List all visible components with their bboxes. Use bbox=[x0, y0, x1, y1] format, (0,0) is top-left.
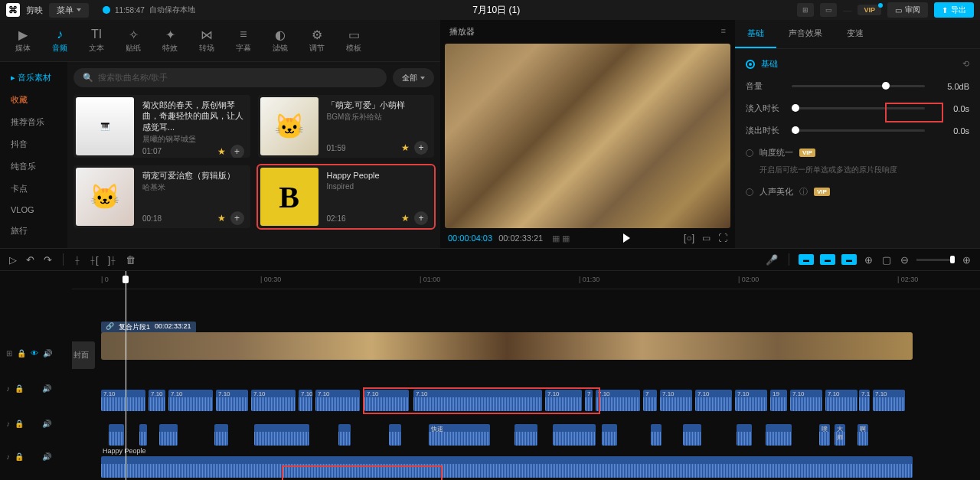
audio-clip[interactable]: 19 bbox=[770, 390, 787, 411]
sidebar-item-抖音[interactable]: 抖音 bbox=[0, 133, 67, 155]
delete-tool[interactable]: 🗑 bbox=[124, 253, 137, 267]
audio-clip[interactable] bbox=[737, 424, 752, 446]
volume-slider[interactable] bbox=[792, 85, 925, 87]
audio-card[interactable]: B Happy People Inspired 02:16 ★ + bbox=[258, 165, 435, 228]
tool-tab-字幕[interactable]: ≡字幕 bbox=[227, 24, 260, 57]
audio-clip[interactable]: 7.10 bbox=[790, 390, 822, 411]
star-icon[interactable]: ★ bbox=[217, 213, 226, 224]
layout-icon[interactable]: ⊞ bbox=[797, 3, 814, 17]
crop-icon[interactable]: ▭ bbox=[702, 233, 710, 243]
audio-clip[interactable]: 7.10 bbox=[299, 390, 312, 411]
track-sound-icon[interactable]: 🔊 bbox=[42, 384, 51, 393]
track-sound-icon[interactable]: 🔊 bbox=[43, 349, 52, 358]
sidebar-item-收藏[interactable]: 收藏 bbox=[0, 89, 67, 111]
audio-clip[interactable]: 7 bbox=[643, 390, 657, 411]
audio-clip[interactable]: 7.10 bbox=[596, 390, 640, 411]
audio-clip[interactable] bbox=[766, 424, 792, 446]
audio-clip[interactable] bbox=[553, 424, 596, 446]
review-button[interactable]: ▭ 审阅 bbox=[887, 2, 928, 18]
star-icon[interactable]: ★ bbox=[401, 142, 410, 153]
track-lock-icon[interactable]: 🔒 bbox=[15, 420, 24, 428]
audio-card[interactable]: 🎹 菊次郎的春天，原创钢琴曲，奇趣轻快的曲风，让人感觉耳... 晨曦的钢琴城堡 … bbox=[74, 95, 250, 158]
fadein-slider[interactable] bbox=[792, 107, 925, 109]
sidebar-item-VLOG[interactable]: VLOG bbox=[0, 200, 67, 220]
tool-tab-文本[interactable]: TI文本 bbox=[80, 24, 113, 57]
audio-clip[interactable] bbox=[338, 424, 351, 446]
sidebar-item-纯音乐[interactable]: 纯音乐 bbox=[0, 155, 67, 178]
audio-clip[interactable] bbox=[109, 424, 124, 446]
track-lock-icon[interactable]: 🔒 bbox=[15, 384, 24, 393]
track-sound-icon[interactable]: 🔊 bbox=[42, 420, 51, 428]
audio-clip[interactable]: 7.10 bbox=[251, 390, 296, 411]
audio-clip[interactable] bbox=[159, 424, 178, 446]
tool-tab-贴纸[interactable]: ✧贴纸 bbox=[116, 24, 150, 57]
fadeout-slider[interactable] bbox=[792, 129, 925, 132]
audio-clip[interactable]: 7.10 bbox=[735, 390, 767, 411]
tool-tab-媒体[interactable]: ▶媒体 bbox=[6, 24, 40, 57]
props-tab-变速[interactable]: 变速 bbox=[835, 20, 876, 48]
playhead[interactable] bbox=[126, 271, 126, 480]
track-lock-icon[interactable]: 🔒 bbox=[15, 452, 24, 461]
tool-tab-转场[interactable]: ⋈转场 bbox=[190, 24, 224, 57]
fullscreen-icon[interactable]: ⛶ bbox=[718, 233, 727, 243]
video-preview[interactable] bbox=[445, 44, 730, 228]
mode-3-icon[interactable]: ▬ bbox=[841, 254, 857, 265]
add-icon[interactable]: + bbox=[414, 211, 428, 225]
audio-clip[interactable] bbox=[514, 424, 537, 446]
audio-clip[interactable]: 快速 bbox=[429, 424, 490, 446]
audio-clip[interactable]: 7.10 bbox=[315, 390, 360, 411]
tool-tab-滤镜[interactable]: ◐滤镜 bbox=[263, 24, 297, 57]
zoom-out-icon[interactable]: ⊖ bbox=[899, 253, 910, 267]
cover-button[interactable]: 封面 bbox=[72, 341, 95, 369]
props-tab-声音效果[interactable]: 声音效果 bbox=[776, 20, 835, 48]
redo-button[interactable]: ↷ bbox=[42, 253, 54, 267]
basic-section-toggle[interactable]: 基础 ⟲ bbox=[746, 58, 969, 70]
audio-clip[interactable]: 噗 bbox=[819, 424, 830, 446]
audio-clip[interactable] bbox=[389, 424, 401, 446]
undo-button[interactable]: ↶ bbox=[24, 253, 36, 267]
tool-tab-特效[interactable]: ✦特效 bbox=[153, 24, 187, 57]
audio-clip[interactable]: 7.10 bbox=[873, 390, 905, 411]
cursor-tool[interactable]: ▷ bbox=[8, 253, 18, 267]
star-icon[interactable]: ★ bbox=[217, 146, 226, 157]
tool-tab-调节[interactable]: ⚙调节 bbox=[300, 24, 334, 57]
ratio-icon[interactable]: [○] bbox=[684, 233, 694, 243]
preview-menu-icon[interactable]: ≡ bbox=[721, 26, 726, 38]
track-eye-icon[interactable]: 👁 bbox=[31, 349, 38, 358]
props-tab-基础[interactable]: 基础 bbox=[735, 20, 776, 48]
tool-tab-音频[interactable]: ♪音频 bbox=[43, 24, 77, 57]
video-clip[interactable] bbox=[101, 332, 913, 360]
track-grid-icon[interactable]: ⊞ bbox=[6, 349, 12, 358]
audio-clip[interactable] bbox=[254, 424, 309, 446]
audio-card[interactable]: 🐱 萌宠可爱治愈（剪辑版） 哈基米 00:18 ★ + bbox=[74, 165, 250, 228]
sidebar-item-音乐素材[interactable]: ▸ 音乐素材 bbox=[0, 67, 67, 89]
export-button[interactable]: ⬆ 导出 bbox=[934, 2, 974, 18]
track-lock-icon[interactable]: 🔒 bbox=[17, 349, 26, 358]
audio-clip[interactable]: 7.10 bbox=[660, 390, 692, 411]
audio-clip[interactable] bbox=[683, 424, 701, 446]
track-note-icon[interactable]: ♪ bbox=[6, 452, 10, 461]
audio-clip[interactable] bbox=[602, 424, 617, 446]
split-left-tool[interactable]: ⟊[ bbox=[88, 253, 100, 267]
audio-card[interactable]: 🐱 「萌宠.可爱」小萌样 BGM音乐补给站 01:59 ★ + bbox=[258, 95, 435, 158]
mode-2-icon[interactable]: ▬ bbox=[820, 254, 835, 265]
audio-clip[interactable]: 7.10 bbox=[149, 390, 165, 411]
mic-icon[interactable]: 🎤 bbox=[764, 253, 779, 267]
menu-button[interactable]: 菜单 bbox=[49, 3, 89, 18]
adjust-icon[interactable]: ⊕ bbox=[863, 253, 874, 267]
split-tool[interactable]: ⟊ bbox=[73, 253, 82, 267]
audio-clip[interactable]: 7.1 bbox=[859, 390, 870, 411]
search-input[interactable]: 🔍 搜索歌曲名称/歌手 bbox=[74, 68, 387, 87]
mode-1-icon[interactable]: ▬ bbox=[799, 254, 814, 265]
magnet-icon[interactable]: ▢ bbox=[880, 253, 893, 267]
add-icon[interactable]: + bbox=[230, 145, 244, 158]
split-right-tool[interactable]: ]⟊ bbox=[106, 253, 119, 267]
audio-clip[interactable]: 7.10 bbox=[216, 390, 248, 411]
audio-clip[interactable]: 7.10 bbox=[825, 390, 858, 411]
audio-clip[interactable] bbox=[139, 424, 147, 446]
audio-clip[interactable]: 大师 bbox=[835, 424, 845, 446]
play-button[interactable] bbox=[623, 233, 630, 243]
star-icon[interactable]: ★ bbox=[401, 213, 410, 224]
music-clip[interactable] bbox=[101, 456, 913, 478]
audio-clip[interactable]: 7.10 bbox=[695, 390, 732, 411]
